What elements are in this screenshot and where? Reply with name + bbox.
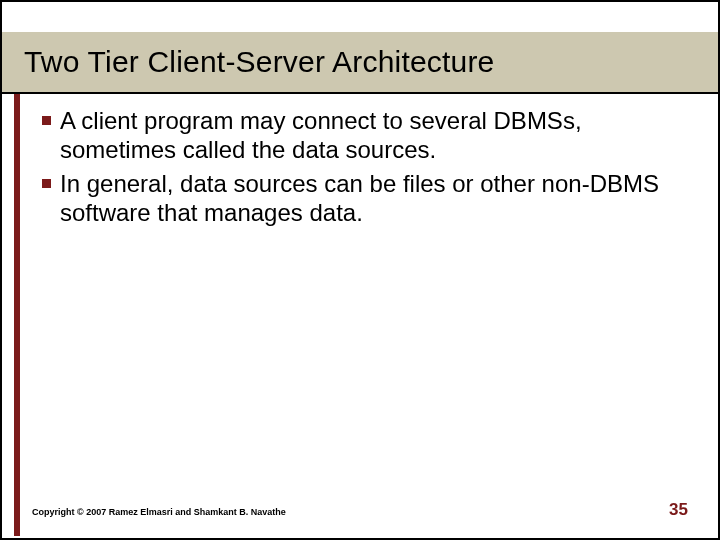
bullet-icon [32,106,60,125]
list-item: A client program may connect to several … [32,106,688,165]
bullet-icon [32,169,60,188]
vertical-accent-bar [14,94,20,536]
page-number: 35 [669,500,688,520]
slide-title: Two Tier Client-Server Architecture [24,45,495,79]
content-area: A client program may connect to several … [32,106,688,231]
slide: Two Tier Client-Server Architecture A cl… [0,0,720,540]
list-item: In general, data sources can be files or… [32,169,688,228]
footer: Copyright © 2007 Ramez Elmasri and Shamk… [32,500,688,520]
title-band: Two Tier Client-Server Architecture [2,32,718,94]
copyright-text: Copyright © 2007 Ramez Elmasri and Shamk… [32,507,286,517]
bullet-text: In general, data sources can be files or… [60,169,688,228]
bullet-text: A client program may connect to several … [60,106,688,165]
